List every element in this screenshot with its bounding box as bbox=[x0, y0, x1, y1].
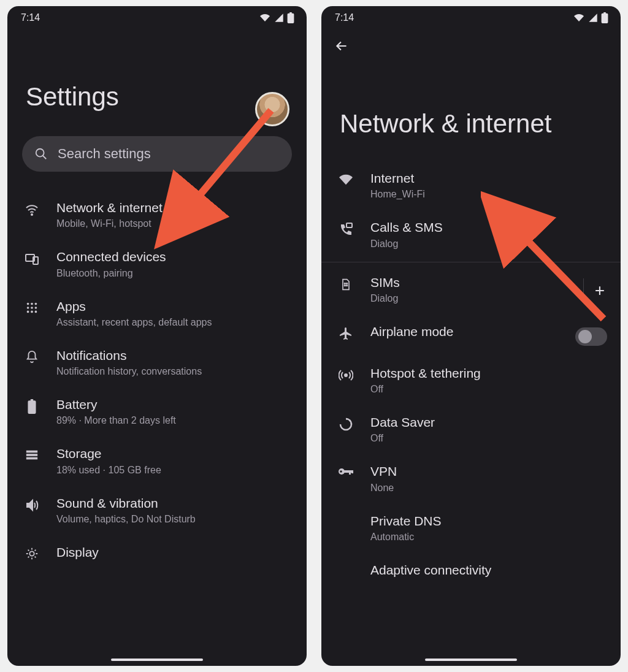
svg-point-22 bbox=[345, 284, 346, 286]
divider bbox=[583, 278, 584, 303]
display-icon bbox=[25, 547, 39, 560]
svg-point-17 bbox=[29, 551, 34, 556]
devices-icon bbox=[25, 251, 39, 266]
back-arrow-icon bbox=[334, 38, 350, 54]
settings-item-storage[interactable]: Storage 18% used · 105 GB free bbox=[7, 436, 307, 485]
item-title: Calls & SMS bbox=[370, 220, 607, 235]
search-placeholder: Search settings bbox=[58, 146, 151, 162]
settings-item-network[interactable]: Network & internet Mobile, Wi-Fi, hotspo… bbox=[7, 190, 307, 239]
item-title: Battery bbox=[56, 397, 293, 413]
profile-avatar[interactable] bbox=[255, 92, 289, 126]
signal-status-icon bbox=[588, 13, 599, 23]
svg-line-1 bbox=[43, 156, 47, 159]
network-item-private-dns[interactable]: Private DNS Automatic bbox=[321, 503, 621, 552]
item-title: VPN bbox=[370, 464, 607, 479]
svg-point-23 bbox=[347, 284, 348, 286]
svg-point-29 bbox=[340, 470, 342, 473]
item-title: Apps bbox=[56, 299, 293, 315]
item-sub: 89% · More than 2 days left bbox=[56, 415, 293, 426]
settings-item-sound[interactable]: Sound & vibration Volume, haptics, Do No… bbox=[7, 486, 307, 535]
page-title: Network & internet bbox=[321, 54, 621, 157]
settings-item-apps[interactable]: Apps Assistant, recent apps, default app… bbox=[7, 289, 307, 338]
svg-rect-19 bbox=[347, 223, 352, 227]
item-sub: Assistant, recent apps, default apps bbox=[56, 317, 293, 328]
item-title: Notifications bbox=[56, 348, 293, 364]
settings-item-battery[interactable]: Battery 89% · More than 2 days left bbox=[7, 387, 307, 436]
home-indicator[interactable] bbox=[111, 659, 203, 661]
settings-item-connected-devices[interactable]: Connected devices Bluetooth, pairing bbox=[7, 239, 307, 288]
divider bbox=[321, 262, 621, 262]
home-indicator[interactable] bbox=[425, 659, 517, 661]
item-sub: Home_Wi-Fi bbox=[370, 189, 607, 200]
item-title: Adaptive connectivity bbox=[370, 562, 607, 578]
search-settings[interactable]: Search settings bbox=[22, 136, 292, 172]
svg-rect-26 bbox=[343, 470, 353, 473]
sim-icon bbox=[340, 277, 352, 292]
svg-point-7 bbox=[35, 302, 37, 305]
bell-icon bbox=[25, 350, 39, 364]
settings-item-display[interactable]: Display bbox=[7, 535, 307, 570]
item-sub: Automatic bbox=[370, 532, 607, 543]
network-item-sims[interactable]: SIMs Dialog + bbox=[321, 265, 621, 314]
add-sim-button[interactable]: + bbox=[592, 283, 607, 298]
item-sub: Off bbox=[370, 384, 607, 395]
signal-status-icon bbox=[274, 13, 285, 23]
item-title: SIMs bbox=[370, 275, 570, 291]
item-title: Display bbox=[56, 544, 293, 560]
svg-point-0 bbox=[36, 149, 44, 157]
item-sub: 18% used · 105 GB free bbox=[56, 465, 293, 476]
status-time: 7:14 bbox=[335, 12, 354, 23]
battery-status-icon bbox=[601, 12, 608, 23]
search-icon bbox=[34, 147, 48, 161]
item-title: Connected devices bbox=[56, 249, 293, 265]
status-time: 7:14 bbox=[21, 12, 40, 23]
sound-icon bbox=[25, 498, 39, 513]
network-item-adaptive[interactable]: Adaptive connectivity bbox=[321, 552, 621, 588]
item-sub: Notification history, conversations bbox=[56, 366, 293, 377]
svg-rect-14 bbox=[26, 451, 37, 453]
datasaver-icon bbox=[339, 417, 353, 432]
item-sub: Mobile, Wi-Fi, hotspot bbox=[56, 218, 293, 229]
settings-list: Network & internet Mobile, Wi-Fi, hotspo… bbox=[7, 186, 307, 574]
settings-item-notifications[interactable]: Notifications Notification history, conv… bbox=[7, 338, 307, 387]
svg-point-6 bbox=[31, 302, 33, 305]
network-item-airplane[interactable]: Airplane mode bbox=[321, 314, 621, 356]
airplane-icon bbox=[339, 326, 353, 341]
svg-rect-16 bbox=[26, 457, 37, 460]
network-item-vpn[interactable]: VPN None bbox=[321, 454, 621, 503]
svg-point-11 bbox=[27, 310, 29, 313]
svg-rect-28 bbox=[351, 470, 353, 473]
battery-icon bbox=[28, 399, 36, 414]
item-sub: Bluetooth, pairing bbox=[56, 268, 293, 279]
item-sub: Off bbox=[370, 433, 607, 444]
network-list: Internet Home_Wi-Fi Calls & SMS Dialog S… bbox=[321, 157, 621, 592]
back-button[interactable] bbox=[321, 27, 621, 54]
svg-point-20 bbox=[345, 283, 346, 284]
wifi-icon bbox=[25, 202, 39, 217]
item-title: Private DNS bbox=[370, 513, 607, 529]
svg-point-8 bbox=[27, 307, 29, 309]
item-title: Hotspot & tethering bbox=[370, 365, 607, 381]
item-title: Airplane mode bbox=[370, 324, 562, 340]
calls-icon bbox=[339, 222, 353, 237]
network-item-datasaver[interactable]: Data Saver Off bbox=[321, 405, 621, 454]
status-icons bbox=[259, 12, 294, 23]
wifi-status-icon bbox=[573, 13, 585, 23]
battery-status-icon bbox=[287, 12, 294, 23]
item-sub: None bbox=[370, 483, 607, 494]
svg-point-10 bbox=[35, 307, 37, 309]
apps-icon bbox=[25, 301, 39, 315]
network-item-calls[interactable]: Calls & SMS Dialog bbox=[321, 210, 621, 259]
item-sub: Dialog bbox=[370, 239, 607, 250]
svg-point-2 bbox=[31, 214, 33, 215]
item-sub: Dialog bbox=[370, 293, 570, 304]
airplane-toggle[interactable] bbox=[575, 327, 607, 346]
svg-point-13 bbox=[35, 310, 37, 313]
network-item-internet[interactable]: Internet Home_Wi-Fi bbox=[321, 161, 621, 210]
phone-settings: 7:14 Settings Search settings Network & … bbox=[7, 6, 307, 666]
item-sub: Volume, haptics, Do Not Disturb bbox=[56, 514, 293, 525]
network-item-hotspot[interactable]: Hotspot & tethering Off bbox=[321, 356, 621, 405]
svg-point-5 bbox=[27, 302, 29, 305]
svg-rect-15 bbox=[26, 454, 37, 456]
svg-point-24 bbox=[345, 374, 347, 376]
